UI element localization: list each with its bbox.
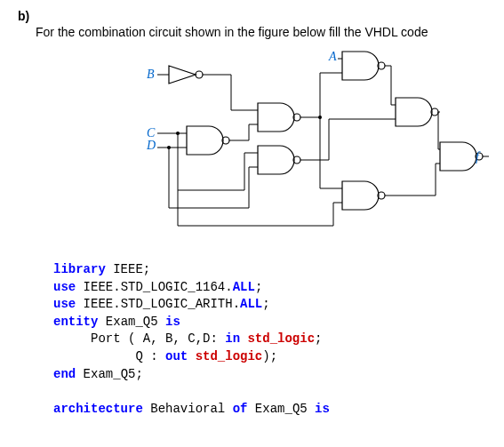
question-text: For the combination circuit shown in the… bbox=[36, 25, 486, 39]
code-line bbox=[53, 435, 486, 447]
nand-gate-icon bbox=[258, 146, 300, 174]
circuit-diagram: B A C D f bbox=[44, 48, 460, 252]
nand-gate-icon bbox=[342, 181, 385, 210]
nand-gate-icon bbox=[396, 98, 438, 126]
input-label-b: B bbox=[147, 68, 155, 82]
svg-point-21 bbox=[167, 146, 171, 149]
nand-gate-icon bbox=[342, 52, 385, 80]
vhdl-code-block: library IEEE; use IEEE.STD_LOGIC_1164.AL… bbox=[53, 261, 486, 447]
input-label-a: A bbox=[329, 50, 337, 64]
code-line: Q : out std_logic); bbox=[53, 348, 486, 366]
logic-circuit-svg bbox=[44, 48, 489, 252]
svg-point-22 bbox=[176, 132, 180, 135]
code-line: use IEEE.STD_LOGIC_ARITH.ALL; bbox=[53, 296, 486, 314]
code-line: end Exam_Q5; bbox=[53, 366, 486, 384]
code-line: architecture Behavioral of Exam_Q5 is bbox=[53, 401, 486, 419]
output-label-f: f bbox=[476, 150, 479, 164]
code-line: entity Exam_Q5 is bbox=[53, 314, 486, 331]
code-line bbox=[53, 418, 486, 435]
code-line: Port ( A, B, C,D: in std_logic; bbox=[53, 331, 486, 348]
question-label: b) bbox=[18, 9, 486, 23]
nand-gate-icon bbox=[258, 103, 300, 132]
code-line: library IEEE; bbox=[53, 261, 486, 279]
not-gate-icon bbox=[169, 66, 203, 84]
nand-gate-icon bbox=[187, 126, 229, 155]
code-line: use IEEE.STD_LOGIC_1164.ALL; bbox=[53, 279, 486, 297]
code-line bbox=[53, 383, 486, 401]
input-label-d: D bbox=[147, 139, 156, 153]
